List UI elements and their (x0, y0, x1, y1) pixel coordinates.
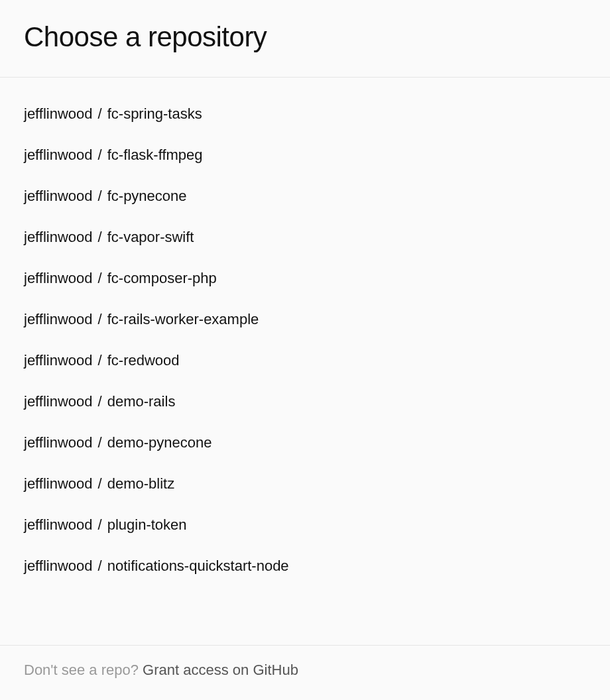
repository-separator: / (98, 475, 102, 493)
repository-name: fc-pynecone (107, 188, 187, 205)
header: Choose a repository (0, 0, 610, 78)
repository-owner: jefflinwood (24, 393, 93, 410)
repository-owner: jefflinwood (24, 557, 93, 575)
repository-owner: jefflinwood (24, 475, 93, 493)
repository-item[interactable]: jefflinwood / fc-pynecone (24, 176, 586, 217)
repository-name: fc-vapor-swift (107, 229, 194, 246)
repository-name: notifications-quickstart-node (107, 557, 289, 575)
repository-owner: jefflinwood (24, 352, 93, 369)
repository-separator: / (98, 434, 102, 451)
repository-item[interactable]: jefflinwood / fc-composer-php (24, 258, 586, 299)
repository-name: fc-flask-ffmpeg (107, 146, 203, 164)
repository-separator: / (98, 105, 102, 123)
repository-separator: / (98, 146, 102, 164)
repository-owner: jefflinwood (24, 516, 93, 534)
repository-name: fc-composer-php (107, 270, 217, 287)
repository-owner: jefflinwood (24, 146, 93, 164)
repository-name: fc-redwood (107, 352, 180, 369)
repository-item[interactable]: jefflinwood / fc-spring-tasks (24, 93, 586, 135)
repository-owner: jefflinwood (24, 434, 93, 451)
repository-separator: / (98, 393, 102, 410)
repository-list: jefflinwood / fc-spring-tasks jefflinwoo… (0, 78, 610, 587)
repository-item[interactable]: jefflinwood / demo-rails (24, 381, 586, 422)
repository-separator: / (98, 557, 102, 575)
repository-name: demo-rails (107, 393, 176, 410)
repository-separator: / (98, 229, 102, 246)
repository-name: fc-rails-worker-example (107, 311, 259, 328)
repository-item[interactable]: jefflinwood / fc-redwood (24, 340, 586, 381)
page-title: Choose a repository (24, 21, 586, 53)
repository-separator: / (98, 311, 102, 328)
repository-name: demo-blitz (107, 475, 174, 493)
repository-separator: / (98, 516, 102, 534)
repository-item[interactable]: jefflinwood / notifications-quickstart-n… (24, 546, 586, 587)
footer-prompt: Don't see a repo? (24, 662, 143, 678)
repository-separator: / (98, 352, 102, 369)
repository-item[interactable]: jefflinwood / fc-vapor-swift (24, 217, 586, 258)
repository-owner: jefflinwood (24, 105, 93, 123)
repository-item[interactable]: jefflinwood / demo-pynecone (24, 422, 586, 463)
repository-item[interactable]: jefflinwood / plugin-token (24, 504, 586, 546)
grant-access-link[interactable]: Grant access on GitHub (143, 662, 298, 678)
repository-name: fc-spring-tasks (107, 105, 202, 123)
repository-owner: jefflinwood (24, 311, 93, 328)
repository-separator: / (98, 270, 102, 287)
repository-owner: jefflinwood (24, 229, 93, 246)
repository-name: demo-pynecone (107, 434, 212, 451)
repository-name: plugin-token (107, 516, 187, 534)
repository-owner: jefflinwood (24, 188, 93, 205)
footer: Don't see a repo? Grant access on GitHub (0, 645, 610, 700)
repository-item[interactable]: jefflinwood / demo-blitz (24, 463, 586, 504)
repository-item[interactable]: jefflinwood / fc-flask-ffmpeg (24, 135, 586, 176)
repository-separator: / (98, 188, 102, 205)
repository-owner: jefflinwood (24, 270, 93, 287)
repository-item[interactable]: jefflinwood / fc-rails-worker-example (24, 299, 586, 340)
